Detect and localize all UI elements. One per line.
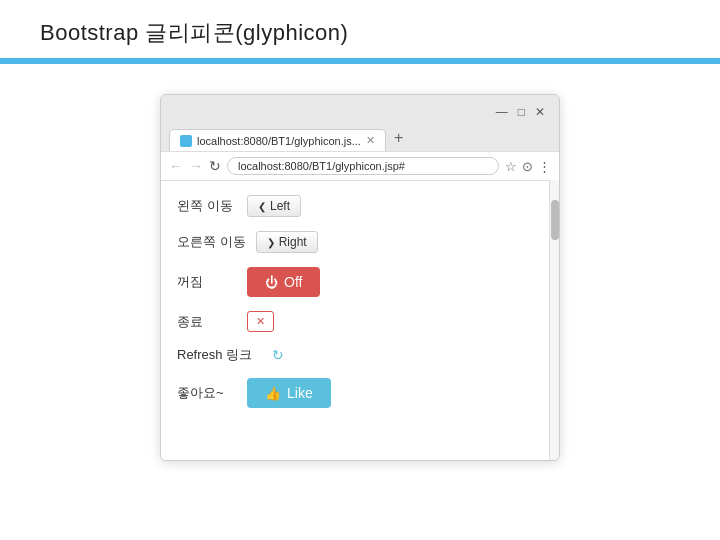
- chevron-left-icon: ❮: [258, 201, 266, 212]
- btn-off[interactable]: ⏻ Off: [247, 267, 320, 297]
- slide-header: Bootstrap 글리피콘(glyphicon): [0, 0, 720, 58]
- refresh-icon: ↻: [272, 347, 284, 363]
- row-off: 꺼짐 ⏻ Off: [177, 267, 533, 297]
- scroll-thumb[interactable]: [551, 200, 559, 240]
- address-bar: ← → ↻ ☆ ⊙ ⋮: [161, 151, 559, 180]
- label-like: 좋아요~: [177, 384, 237, 402]
- browser-content: 왼쪽 이동 ❮ Left 오른쪽 이동 ❯ Right 꺼짐: [161, 180, 549, 460]
- btn-right[interactable]: ❯ Right: [256, 231, 318, 253]
- label-off: 꺼짐: [177, 273, 237, 291]
- addr-icons: ☆ ⊙ ⋮: [505, 159, 551, 174]
- active-tab[interactable]: localhost:8080/BT1/glyphicon.js... ✕: [169, 129, 386, 151]
- tab-label: localhost:8080/BT1/glyphicon.js...: [197, 135, 361, 147]
- label-right: 오른쪽 이동: [177, 233, 246, 251]
- scrollbar[interactable]: [549, 180, 559, 460]
- profile-icon[interactable]: ⊙: [522, 159, 533, 174]
- minimize-button[interactable]: —: [496, 105, 508, 119]
- btn-like[interactable]: 👍 Like: [247, 378, 331, 408]
- menu-icon[interactable]: ⋮: [538, 159, 551, 174]
- row-refresh: Refresh 링크 ↻: [177, 346, 533, 364]
- remove-icon: ✕: [256, 315, 265, 328]
- window-controls: — □ ✕: [169, 101, 551, 123]
- refresh-button[interactable]: ↻: [209, 158, 221, 174]
- browser-content-wrapper: 왼쪽 이동 ❮ Left 오른쪽 이동 ❯ Right 꺼짐: [161, 180, 559, 460]
- main-area: — □ ✕ localhost:8080/BT1/glyphicon.js...…: [0, 64, 720, 461]
- label-close: 종료: [177, 313, 237, 331]
- browser-chrome: — □ ✕ localhost:8080/BT1/glyphicon.js...…: [161, 95, 559, 151]
- tab-close-icon[interactable]: ✕: [366, 134, 375, 147]
- btn-off-label: Off: [284, 274, 302, 290]
- label-left: 왼쪽 이동: [177, 197, 237, 215]
- new-tab-button[interactable]: +: [386, 125, 411, 151]
- power-icon: ⏻: [265, 275, 278, 290]
- btn-like-label: Like: [287, 385, 313, 401]
- tab-favicon: [180, 135, 192, 147]
- row-close: 종료 ✕: [177, 311, 533, 332]
- label-refresh: Refresh 링크: [177, 346, 252, 364]
- btn-left[interactable]: ❮ Left: [247, 195, 301, 217]
- browser-window: — □ ✕ localhost:8080/BT1/glyphicon.js...…: [160, 94, 560, 461]
- btn-close[interactable]: ✕: [247, 311, 274, 332]
- tab-bar: localhost:8080/BT1/glyphicon.js... ✕ +: [169, 125, 551, 151]
- btn-left-label: Left: [270, 199, 290, 213]
- row-left: 왼쪽 이동 ❮ Left: [177, 195, 533, 217]
- close-button[interactable]: ✕: [535, 105, 545, 119]
- chevron-right-icon: ❯: [267, 237, 275, 248]
- forward-button[interactable]: →: [189, 158, 203, 174]
- url-input[interactable]: [227, 157, 499, 175]
- row-right: 오른쪽 이동 ❯ Right: [177, 231, 533, 253]
- maximize-button[interactable]: □: [518, 105, 525, 119]
- back-button[interactable]: ←: [169, 158, 183, 174]
- thumbs-up-icon: 👍: [265, 386, 281, 401]
- row-like: 좋아요~ 👍 Like: [177, 378, 533, 408]
- title-text: Bootstrap 글리피콘(glyphicon): [40, 20, 348, 45]
- bookmark-icon[interactable]: ☆: [505, 159, 517, 174]
- btn-right-label: Right: [279, 235, 307, 249]
